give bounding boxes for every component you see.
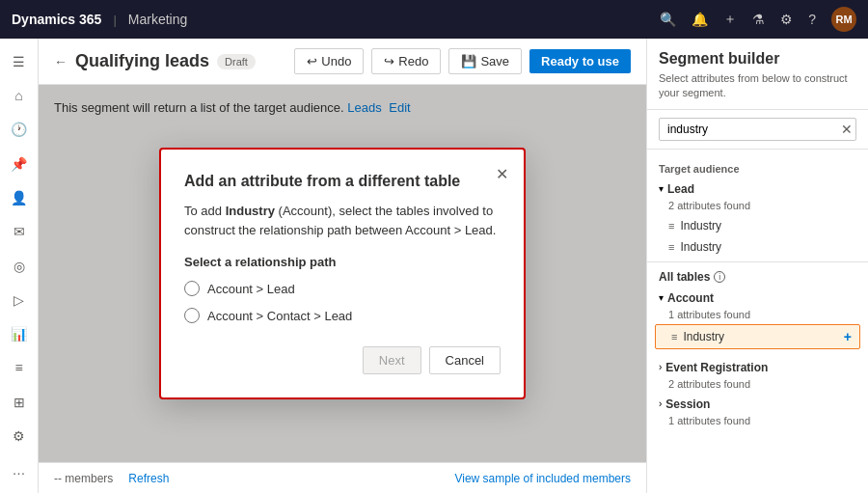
nav-separator: |	[113, 13, 116, 27]
modal-dialog: Add an attribute from a different table …	[159, 148, 526, 399]
search-icon[interactable]: 🔍	[660, 12, 676, 27]
account-industry-label: Industry	[683, 330, 724, 343]
lead-industry-item-2[interactable]: ≡ Industry	[647, 236, 868, 258]
sidebar-menu-icon[interactable]: ☰	[4, 46, 35, 76]
lead-industry-item-1[interactable]: ≡ Industry	[647, 215, 868, 236]
lead-industry-label-1: Industry	[680, 219, 721, 233]
next-button[interactable]: Next	[363, 346, 421, 374]
sidebar-target-icon[interactable]: ◎	[4, 251, 35, 281]
sidebar-segment-icon[interactable]: ⊞	[4, 387, 35, 417]
radio-option-2[interactable]: Account > Contact > Lead	[184, 308, 501, 323]
sidebar-recent-icon[interactable]: 🕐	[4, 115, 35, 145]
top-nav: Dynamics 365 | Marketing 🔍 🔔 ＋ ⚗ ⚙ ? RM	[0, 0, 868, 39]
modal-close-button[interactable]: ✕	[496, 165, 508, 183]
radio-option-1[interactable]: Account > Lead	[184, 281, 501, 296]
page-body: This segment will return a list of the t…	[39, 85, 646, 462]
event-count: 2 attributes found	[647, 378, 868, 394]
clear-search-icon[interactable]: ✕	[841, 122, 853, 137]
sidebar-email-icon[interactable]: ✉	[4, 217, 35, 247]
lead-section-title: Lead	[667, 182, 694, 196]
info-icon: i	[714, 271, 725, 283]
panel-search: ✕	[647, 110, 868, 150]
right-panel: Segment builder Select attributes from b…	[646, 39, 868, 493]
lead-count: 2 attributes found	[647, 200, 868, 215]
session-chevron-icon: ›	[659, 398, 662, 409]
page-title: Qualifying leads	[75, 51, 209, 71]
event-section-header[interactable]: › Event Registration	[647, 357, 868, 378]
sidebar-list-icon[interactable]: ≡	[4, 353, 35, 383]
account-section-header[interactable]: ▾ Account	[647, 288, 868, 309]
members-label: -- members	[54, 472, 113, 485]
radio-input-1[interactable]	[184, 281, 200, 296]
settings-icon[interactable]: ⚙	[780, 12, 793, 27]
redo-button[interactable]: ↪ Redo	[371, 48, 441, 74]
event-section-title: Event Registration	[665, 361, 768, 374]
filter-icon[interactable]: ⚗	[752, 12, 765, 27]
plus-icon[interactable]: ＋	[723, 11, 737, 28]
field-icon-2: ≡	[668, 241, 674, 253]
brand-name: Dynamics 365	[12, 12, 101, 27]
lead-chevron-icon: ▾	[659, 183, 664, 194]
target-audience-label: Target audience	[647, 157, 868, 178]
status-bar: -- members Refresh View sample of includ…	[39, 462, 646, 493]
help-icon[interactable]: ?	[808, 12, 816, 27]
lead-section-header[interactable]: ▾ Lead	[647, 178, 868, 200]
panel-title: Segment builder	[659, 50, 856, 68]
session-section-title: Session	[665, 397, 710, 411]
nav-icons: 🔍 🔔 ＋ ⚗ ⚙ ? RM	[660, 7, 856, 32]
event-chevron-icon: ›	[659, 362, 662, 372]
sidebar-pin-icon[interactable]: 📌	[4, 149, 35, 178]
sidebar-settings-icon[interactable]: ⚙	[4, 421, 35, 451]
modal-section-label: Select a relationship path	[184, 255, 501, 269]
account-count: 1 attributes found	[647, 309, 868, 324]
save-button[interactable]: 💾 Save	[448, 48, 522, 74]
lead-industry-label-2: Industry	[680, 240, 721, 254]
account-chevron-icon: ▾	[659, 292, 664, 303]
header-actions: ↩ Undo ↪ Redo 💾 Save Ready to use	[294, 48, 631, 74]
field-icon-1: ≡	[668, 220, 674, 232]
modal-footer: Next Cancel	[184, 346, 501, 374]
main-content: ← Qualifying leads Draft ↩ Undo ↪ Redo 💾…	[39, 39, 646, 493]
radio-input-2[interactable]	[184, 308, 200, 323]
session-count: 1 attributes found	[647, 415, 868, 430]
add-industry-icon[interactable]: +	[844, 329, 852, 344]
sidebar-chart-icon[interactable]: 📊	[4, 319, 35, 349]
refresh-button[interactable]: Refresh	[128, 472, 169, 485]
all-tables-title: All tables	[659, 270, 710, 284]
view-sample-link[interactable]: View sample of included members	[454, 472, 631, 485]
cancel-button[interactable]: Cancel	[429, 346, 501, 374]
back-button[interactable]: ←	[54, 54, 68, 69]
all-tables-header: All tables i	[647, 261, 868, 288]
session-section-header[interactable]: › Session	[647, 394, 868, 415]
modal-title: Add an attribute from a different table	[184, 173, 501, 190]
undo-button[interactable]: ↩ Undo	[294, 48, 364, 74]
page-header: ← Qualifying leads Draft ↩ Undo ↪ Redo 💾…	[39, 39, 646, 85]
ready-to-use-button[interactable]: Ready to use	[529, 49, 631, 73]
sidebar-more-icon[interactable]: …	[4, 455, 35, 485]
sidebar-home-icon[interactable]: ⌂	[4, 80, 35, 110]
sidebar-contacts-icon[interactable]: 👤	[4, 182, 35, 212]
panel-content: Target audience ▾ Lead 2 attributes foun…	[647, 150, 868, 493]
sidebar-play-icon[interactable]: ▷	[4, 285, 35, 315]
nav-module: Marketing	[128, 12, 187, 27]
modal-overlay: Add an attribute from a different table …	[39, 85, 646, 462]
modal-description: To add Industry (Account), select the ta…	[184, 202, 501, 239]
account-field-icon: ≡	[671, 331, 677, 342]
page-layout: ☰ ⌂ 🕐 📌 👤 ✉ ◎ ▷ 📊 ≡ ⊞ ⚙ … ← Qualifying l…	[0, 39, 868, 493]
panel-header: Segment builder Select attributes from b…	[647, 39, 868, 110]
account-industry-item[interactable]: ≡ Industry +	[655, 324, 860, 349]
panel-description: Select attributes from below to construc…	[659, 71, 856, 101]
user-avatar[interactable]: RM	[831, 7, 856, 32]
search-input[interactable]	[659, 118, 856, 141]
bell-icon[interactable]: 🔔	[692, 12, 708, 27]
account-section-title: Account	[667, 291, 714, 305]
left-sidebar: ☰ ⌂ 🕐 📌 👤 ✉ ◎ ▷ 📊 ≡ ⊞ ⚙ …	[0, 39, 39, 493]
draft-badge: Draft	[217, 54, 256, 69]
